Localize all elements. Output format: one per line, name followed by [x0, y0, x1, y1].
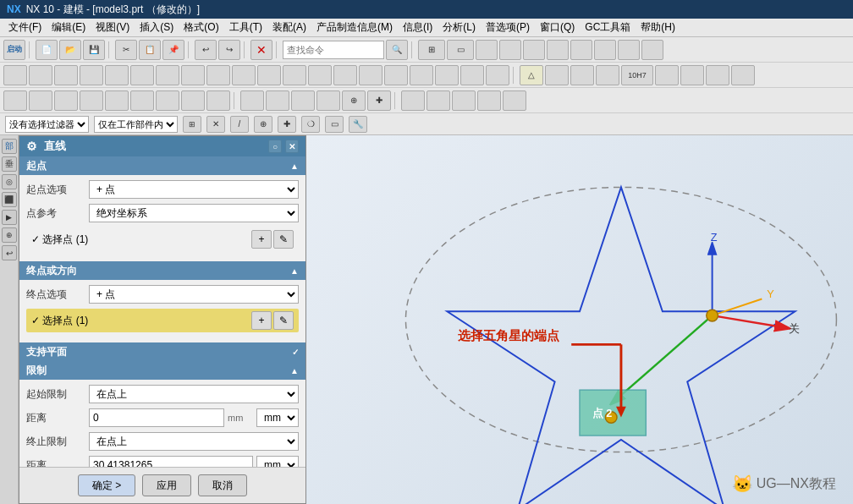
tb-delete[interactable]: ✕ [250, 40, 272, 60]
tb2-4[interactable] [80, 65, 103, 85]
filter-select-1[interactable]: 没有选择过滤器 [5, 116, 89, 133]
menu-assemble[interactable]: 装配(A) [267, 20, 311, 35]
tb-icon5[interactable] [523, 40, 545, 60]
end-section-header[interactable]: 终点或方向 ▲ [19, 261, 305, 280]
tb-redo[interactable]: ↪ [218, 40, 240, 60]
tb2-13[interactable] [308, 65, 332, 85]
menu-window[interactable]: 窗口(Q) [535, 20, 580, 35]
tb3-11[interactable] [266, 90, 289, 111]
apply-button[interactable]: 应用 [142, 474, 191, 496]
tb3-2[interactable] [29, 90, 52, 111]
tb-icon9[interactable] [618, 40, 640, 60]
tb2-9[interactable] [206, 65, 230, 85]
filter-icon7[interactable]: ▭ [325, 116, 344, 133]
tb-icon6[interactable] [547, 40, 569, 60]
menu-edit[interactable]: 编辑(E) [47, 20, 91, 35]
start-dist-input[interactable] [89, 408, 224, 427]
start-point-edit-btn[interactable]: ✎ [273, 230, 294, 249]
filter-icon1[interactable]: ⊞ [183, 116, 201, 133]
end-dist-input[interactable] [89, 456, 253, 467]
start-dist-unit-select[interactable]: mm [256, 408, 299, 427]
start-point-add-btn[interactable]: + [251, 230, 272, 249]
tb-icon10[interactable] [641, 40, 663, 60]
tb-icon7[interactable] [570, 40, 592, 60]
tb2-24[interactable] [596, 65, 619, 85]
tb3-19[interactable] [477, 90, 501, 111]
reference-select[interactable]: 绝对坐标系 [89, 204, 299, 222]
tb3-4[interactable] [80, 90, 103, 111]
tb2-11[interactable] [257, 65, 281, 85]
menu-file[interactable]: 文件(F) [3, 20, 47, 35]
tb2-20[interactable] [486, 65, 509, 85]
start-option-select[interactable]: + 点 [89, 180, 299, 199]
menu-format[interactable]: 格式(O) [179, 20, 223, 35]
menu-prefs[interactable]: 普选项(P) [481, 20, 535, 35]
cancel-button[interactable]: 取消 [198, 474, 247, 496]
menu-analysis[interactable]: 分析(L) [438, 20, 481, 35]
filter-icon8[interactable]: 🔧 [349, 116, 367, 133]
tb-save[interactable]: 💾 [83, 40, 105, 60]
menu-pminfo[interactable]: 产品制造信息(M) [311, 20, 398, 35]
tb2-23[interactable] [570, 65, 594, 85]
tb-icon8[interactable] [594, 40, 616, 60]
viewport[interactable]: Z Y 关 点 2 选择五角星的端点 [306, 135, 853, 504]
tb2-8[interactable] [181, 65, 205, 85]
support-section-header[interactable]: 支持平面 ✓ [19, 342, 305, 361]
tb3-14[interactable]: ⊕ [342, 90, 366, 111]
menu-insert[interactable]: 插入(S) [135, 20, 179, 35]
filter-icon3[interactable]: / [230, 116, 249, 133]
menu-help[interactable]: 帮助(H) [636, 20, 680, 35]
ok-button[interactable]: 确定 > [78, 474, 135, 496]
tb-paste[interactable]: 📌 [162, 40, 184, 60]
tb3-12[interactable] [291, 90, 315, 111]
end-dist-unit-select[interactable]: mm [256, 456, 299, 467]
tb-undo[interactable]: ↩ [195, 40, 217, 60]
tb-copy[interactable]: 📋 [139, 40, 161, 60]
tb-cut[interactable]: ✂ [115, 40, 137, 60]
tb3-17[interactable] [426, 90, 450, 111]
tb3-13[interactable] [316, 90, 340, 111]
tb2-17[interactable] [410, 65, 433, 85]
tb2-14[interactable] [333, 65, 357, 85]
tb-icon1[interactable]: ⊞ [418, 40, 445, 60]
menu-info[interactable]: 信息(I) [398, 20, 438, 35]
tb-new[interactable]: 📄 [36, 40, 58, 60]
start-section-header[interactable]: 起点 ▲ [19, 156, 305, 175]
tb2-7[interactable] [156, 65, 179, 85]
tb2-21[interactable]: △ [520, 65, 543, 85]
sidebar-icon-plus[interactable]: ⊕ [2, 227, 17, 243]
tb3-18[interactable] [452, 90, 476, 111]
sidebar-icon-circle[interactable]: ◎ [2, 174, 17, 189]
filter-icon6[interactable]: ❍ [301, 116, 320, 133]
tb3-6[interactable] [130, 90, 154, 111]
tb2-25[interactable]: 10H7 [621, 65, 653, 85]
search-input[interactable] [283, 41, 384, 59]
menu-gc[interactable]: GC工具箱 [580, 20, 636, 35]
tb2-28[interactable] [706, 65, 729, 85]
sidebar-icon-bu[interactable]: 部 [2, 139, 17, 154]
tb3-7[interactable] [156, 90, 179, 111]
filter-icon4[interactable]: ⊕ [254, 116, 272, 133]
end-point-add-btn[interactable]: + [251, 311, 272, 330]
tb2-19[interactable] [460, 65, 484, 85]
tb3-3[interactable] [54, 90, 78, 111]
sidebar-icon-play[interactable]: ▶ [2, 210, 17, 225]
tb2-12[interactable] [283, 65, 306, 85]
tb-icon2[interactable]: ▭ [447, 40, 474, 60]
tb3-16[interactable] [401, 90, 425, 111]
sidebar-icon-undo[interactable]: ↩ [2, 245, 17, 260]
tb3-5[interactable] [105, 90, 129, 111]
tb2-16[interactable] [384, 65, 408, 85]
end-point-edit-btn[interactable]: ✎ [273, 311, 294, 330]
tb3-9[interactable] [206, 90, 230, 111]
tb2-27[interactable] [680, 65, 704, 85]
sidebar-icon-perp[interactable]: 垂 [2, 156, 17, 172]
dialog-collapse-btn[interactable]: ○ [268, 140, 282, 153]
end-option-select[interactable]: + 点 [89, 285, 299, 304]
tb2-5[interactable] [105, 65, 129, 85]
tb-search-btn[interactable]: 🔍 [386, 40, 408, 60]
tb2-1[interactable] [3, 65, 27, 85]
limit-section-header[interactable]: 限制 ▲ [19, 361, 305, 380]
filter-select-2[interactable]: 仅在工作部件内 [94, 116, 178, 133]
tb-icon4[interactable] [499, 40, 521, 60]
